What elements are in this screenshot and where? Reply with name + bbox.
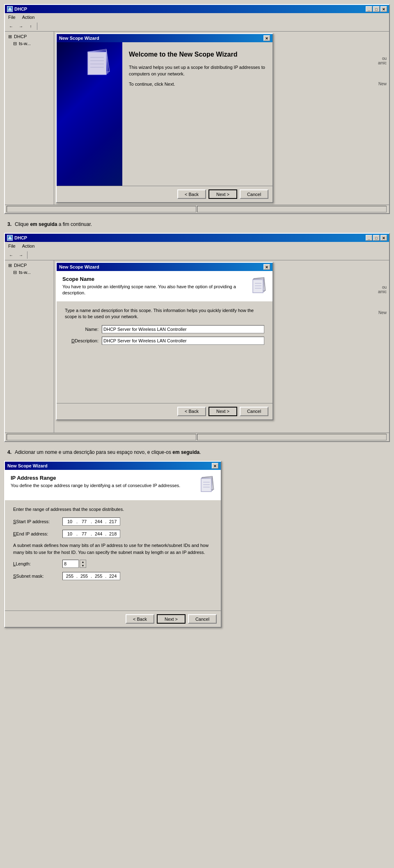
wizard1-cancel-button[interactable]: Cancel <box>240 189 268 199</box>
end-ip-o4[interactable] <box>107 531 119 536</box>
wizard2-desc-row: DDescription: <box>65 337 264 345</box>
window2-menubar: File Action <box>5 242 389 250</box>
wizard3-header-title: IP Address Range <box>11 475 190 481</box>
wizard1-welcome-title: Welcome to the New Scope Wizard <box>129 50 266 59</box>
wizard3-cancel-button[interactable]: Cancel <box>188 614 217 624</box>
wizard1-back-button[interactable]: < Back <box>177 189 206 199</box>
sidebar2-dhcp[interactable]: ⊞ DHCP <box>7 262 52 269</box>
wizard2-header-text: Scope Name You have to provide an identi… <box>62 276 242 296</box>
wizard2-header-desc: You have to provide an identifying scope… <box>62 284 242 296</box>
spinner-down-button[interactable]: ▼ <box>80 564 86 567</box>
window1-titlebar: 🖧 DHCP _ □ ✕ <box>5 5 389 13</box>
menu2-action[interactable]: Action <box>21 243 37 249</box>
up-tool-button[interactable]: ↑ <box>26 22 35 30</box>
book-icon-2 <box>246 276 267 296</box>
wizard3-subnet-input[interactable]: . . . <box>62 572 120 580</box>
window1-content: ou amic New New Scope Wizard ✕ <box>54 32 389 205</box>
svg-rect-9 <box>253 280 263 293</box>
wizard3-length-label: LLength: <box>13 561 62 566</box>
end-ip-o3[interactable] <box>93 531 104 536</box>
wizard2-next-button[interactable]: Next > <box>208 407 237 416</box>
window2-maximize[interactable]: □ <box>373 235 380 241</box>
wizard3-end-ip-label: EEnd IP address: <box>13 531 62 536</box>
wizard2-dialog: New Scope Wizard ✕ Scope Name You have t… <box>56 262 273 420</box>
wizard2-intro: Type a name and description for this sco… <box>65 308 264 320</box>
wizard3-back-button[interactable]: < Back <box>126 614 154 624</box>
wizard2-title: New Scope Wizard <box>59 264 99 269</box>
subnet-o1[interactable] <box>64 574 76 579</box>
wizard3-header: IP Address Range You define the scope ad… <box>5 470 221 501</box>
start-ip-o4[interactable] <box>107 519 119 524</box>
wizard1-footer: < Back Next > Cancel <box>57 186 273 202</box>
wizard3-content: Enter the range of addresses that the sc… <box>5 501 221 611</box>
wizard3-start-ip-input[interactable]: . . . <box>62 517 120 526</box>
book-pages-icon <box>69 48 110 81</box>
back-tool-button[interactable]: ← <box>7 22 16 30</box>
start-ip-o1[interactable] <box>64 519 76 524</box>
status-pane-2 <box>197 206 387 212</box>
window1-title-buttons: _ □ ✕ <box>366 6 387 12</box>
wizard3-length-input-group: ▲ ▼ <box>62 560 86 568</box>
step4-text: Adicionar um nome e uma descrição para s… <box>15 449 201 455</box>
window1-menubar: File Action <box>5 13 389 21</box>
window2-minimize[interactable]: _ <box>366 235 372 241</box>
book-icon-3 <box>195 475 215 495</box>
end-ip-o1[interactable] <box>64 531 76 536</box>
spinner-up-button[interactable]: ▲ <box>80 560 86 564</box>
wizard3-next-button[interactable]: Next > <box>157 614 186 624</box>
wizard2-name-label: Name: <box>65 327 102 332</box>
window2-title-left: 🖧 DHCP <box>7 235 27 241</box>
wizard2-back-button[interactable]: < Back <box>177 407 206 416</box>
forward-tool-button-2[interactable]: → <box>16 251 25 259</box>
wizard1-left-panel <box>57 42 122 186</box>
subnet-o2[interactable] <box>78 574 90 579</box>
sidebar-dhcp[interactable]: ⊞ DHCP <box>7 33 52 40</box>
step3-number: 3. <box>7 221 11 227</box>
wizard2-name-row: Name: <box>65 325 264 333</box>
step3-text: Clique em seguida a fim continuar. <box>15 221 92 227</box>
back-tool-button-2[interactable]: ← <box>7 251 16 259</box>
subnet-o3[interactable] <box>93 574 104 579</box>
end-ip-o2[interactable] <box>78 531 90 536</box>
svg-rect-15 <box>201 478 211 492</box>
wizard1-close-button[interactable]: ✕ <box>263 35 270 41</box>
wizard2-desc-input[interactable] <box>102 337 264 345</box>
forward-tool-button[interactable]: → <box>16 22 25 30</box>
wizard3-length-input[interactable] <box>62 560 79 568</box>
start-ip-o3[interactable] <box>93 519 104 524</box>
minimize-button[interactable]: _ <box>366 6 372 12</box>
window1-title-left: 🖧 DHCP <box>7 6 27 12</box>
menu-action[interactable]: Action <box>21 14 37 21</box>
menu-file[interactable]: File <box>7 14 17 21</box>
step3-row: 3. Clique em seguida a fim continuar. <box>7 221 387 227</box>
subnet-o4[interactable] <box>107 574 119 579</box>
wizard1-next-button[interactable]: Next > <box>208 189 237 199</box>
sidebar-ts-w[interactable]: ⊟ ts-w... <box>7 40 52 47</box>
wizard2-desc-label: DDescription: <box>65 338 102 343</box>
wizard2-close-button[interactable]: ✕ <box>263 264 270 270</box>
wizard1-body: Welcome to the New Scope Wizard This wiz… <box>57 42 273 186</box>
wizard2-titlebar: New Scope Wizard ✕ <box>57 263 273 271</box>
wizard3-subnet-text: A subnet mask defines how many bits of a… <box>13 542 213 556</box>
wizard2-name-input[interactable] <box>102 325 264 333</box>
maximize-button[interactable]: □ <box>373 6 380 12</box>
wizard3-header-icon <box>195 475 215 495</box>
window2-content: ou amic New New Scope Wizard ✕ <box>54 260 389 433</box>
wizard3-close-button[interactable]: ✕ <box>212 463 218 469</box>
page: 🖧 DHCP _ □ ✕ File Action ← → ↑ <box>0 0 394 868</box>
wizard3-end-ip-input[interactable]: . . . <box>62 530 120 538</box>
wizard2-header-icon <box>246 276 267 296</box>
wizard3-header-text: IP Address Range You define the scope ad… <box>11 475 190 489</box>
wizard2-header: Scope Name You have to provide an identi… <box>57 271 273 302</box>
close-button[interactable]: ✕ <box>380 6 387 12</box>
wizard1-right-panel: Welcome to the New Scope Wizard This wiz… <box>122 42 273 186</box>
sidebar2-ts-w[interactable]: ⊟ ts-w... <box>7 269 52 276</box>
start-ip-o2[interactable] <box>78 519 90 524</box>
wizard2-cancel-button[interactable]: Cancel <box>240 407 268 416</box>
window2-statusbar <box>5 433 389 441</box>
wizard1-title: New Scope Wizard <box>59 36 99 41</box>
menu2-file[interactable]: File <box>7 243 17 249</box>
wizard3-spinner[interactable]: ▲ ▼ <box>80 560 86 568</box>
window2-title: DHCP <box>14 235 27 240</box>
window2-close[interactable]: ✕ <box>380 235 387 241</box>
